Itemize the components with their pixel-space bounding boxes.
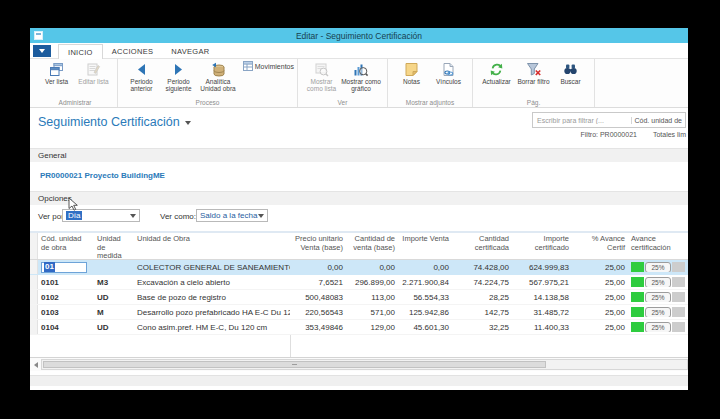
project-link[interactable]: PR0000021 Proyecto BuildingME bbox=[40, 171, 165, 180]
periodo-anterior-button[interactable]: Periodo anterior bbox=[123, 60, 160, 93]
cell-importe-venta[interactable]: 45.601,30 bbox=[398, 323, 452, 332]
column-header-importe-certificado[interactable]: Importe certificado bbox=[512, 233, 572, 259]
filter-column-select[interactable]: Cód. unidad de bbox=[631, 117, 685, 124]
borrar-filtro-button[interactable]: Borrar filtro bbox=[515, 60, 552, 85]
cell-cod-unidad-de-obra[interactable]: 0101 bbox=[38, 278, 94, 287]
cell-avance-certificacion[interactable]: 25% bbox=[628, 307, 688, 317]
cell-unidad-de-medida[interactable]: M3 bbox=[94, 278, 134, 287]
periodo-siguiente-button[interactable]: Periodo siguiente bbox=[160, 60, 197, 93]
cell-cod-unidad-de-obra[interactable]: 01 bbox=[38, 262, 94, 273]
mostrar-como-grafico-button[interactable]: Mostrar como gráfico bbox=[340, 60, 382, 93]
cell-importe-certificado[interactable]: 31.485,72 bbox=[512, 308, 572, 317]
tab-acciones[interactable]: ACCIONES bbox=[103, 44, 163, 58]
cell-importe-venta[interactable]: 125.942,86 bbox=[398, 308, 452, 317]
column-header-cantidad-certificada[interactable]: Cantidad certificada bbox=[452, 233, 512, 259]
column-header-pct-avance-certif[interactable]: % Avance Certif bbox=[572, 233, 628, 259]
cell-precio-unitario-venta[interactable]: 500,48083 bbox=[290, 293, 346, 302]
row-selector[interactable] bbox=[30, 275, 38, 289]
cell-cantidad-de-venta[interactable]: 571,00 bbox=[346, 308, 398, 317]
cell-precio-unitario-venta[interactable]: 0,00 bbox=[290, 263, 346, 272]
cell-pct-avance-certif[interactable]: 25,00 bbox=[572, 293, 628, 302]
actualizar-button[interactable]: Actualizar bbox=[478, 60, 515, 85]
cell-unidad-de-obra[interactable]: Desarrollo pozo prefabricado HA E-C Du 1… bbox=[134, 308, 290, 317]
cell-importe-certificado[interactable]: 14.138,58 bbox=[512, 293, 572, 302]
cell-cantidad-de-venta[interactable]: 113,00 bbox=[346, 293, 398, 302]
cell-avance-certificacion[interactable]: 25% bbox=[628, 292, 688, 302]
cell-unidad-de-obra[interactable]: Base de pozo de registro bbox=[134, 293, 290, 302]
application-menu-button[interactable] bbox=[33, 45, 51, 57]
movimientos-button[interactable]: Movimientos bbox=[243, 61, 294, 72]
cell-importe-venta[interactable]: 2.271.900,84 bbox=[398, 278, 452, 287]
cell-cantidad-certificada[interactable]: 74.428,00 bbox=[452, 263, 512, 272]
avance-percentage-badge: 25% bbox=[645, 262, 671, 272]
column-header-cantidad-de-venta[interactable]: Cantidad de venta (base) bbox=[346, 233, 398, 259]
cell-precio-unitario-venta[interactable]: 7,6521 bbox=[290, 278, 346, 287]
notas-button[interactable]: Notas bbox=[393, 60, 430, 85]
cell-precio-unitario-venta[interactable]: 353,49846 bbox=[290, 323, 346, 332]
cell-cod-unidad-de-obra[interactable]: 0103 bbox=[38, 308, 94, 317]
column-header-importe-venta[interactable]: Importe Venta bbox=[398, 233, 452, 259]
cell-cantidad-de-venta[interactable]: 0,00 bbox=[346, 263, 398, 272]
cell-avance-certificacion[interactable]: 25% bbox=[628, 322, 688, 332]
cell-avance-certificacion[interactable]: 25% bbox=[628, 262, 688, 272]
table-row[interactable]: 0104 UD Cono asim.pref. HM E-C, Du 120 c… bbox=[30, 320, 688, 335]
cell-pct-avance-certif[interactable]: 25,00 bbox=[572, 308, 628, 317]
scrollbar-track[interactable] bbox=[41, 359, 688, 370]
column-header-unidad-de-obra[interactable]: Unidad de Obra bbox=[134, 233, 290, 259]
cell-unidad-de-medida[interactable]: M bbox=[94, 308, 134, 317]
cell-pct-avance-certif[interactable]: 25,00 bbox=[572, 278, 628, 287]
table-row[interactable]: 01 COLECTOR GENERAL DE SANEAMIENTO DE AG… bbox=[30, 260, 688, 275]
scroll-left-button[interactable] bbox=[30, 362, 41, 368]
ver-lista-button[interactable]: Ver lista bbox=[38, 60, 75, 85]
tab-inicio[interactable]: INICIO bbox=[58, 44, 103, 59]
table-row[interactable]: 0102 UD Base de pozo de registro 500,480… bbox=[30, 290, 688, 305]
cell-precio-unitario-venta[interactable]: 220,56543 bbox=[290, 308, 346, 317]
buscar-button[interactable]: Buscar bbox=[552, 60, 589, 85]
cell-importe-certificado[interactable]: 624.999,83 bbox=[512, 263, 572, 272]
page-title[interactable]: Seguimiento Certificación bbox=[38, 115, 191, 129]
column-header-row-selector[interactable] bbox=[30, 233, 38, 259]
mostrar-como-lista-button[interactable]: Mostrar como lista bbox=[303, 60, 340, 93]
row-selector[interactable] bbox=[30, 305, 38, 319]
section-header-opciones[interactable]: Opciones bbox=[30, 191, 688, 205]
mostrar-como-grafico-label: Mostrar como gráfico bbox=[340, 78, 382, 93]
cell-unidad-de-obra[interactable]: COLECTOR GENERAL DE SANEAMIENTO DE AG... bbox=[134, 263, 290, 272]
table-row[interactable]: 0103 M Desarrollo pozo prefabricado HA E… bbox=[30, 305, 688, 320]
cell-importe-certificado[interactable]: 11.400,33 bbox=[512, 323, 572, 332]
filter-search-input[interactable]: Escribir para filtrar (... bbox=[533, 117, 631, 124]
table-row[interactable]: 0101 M3 Excavación a cielo abierto 7,652… bbox=[30, 275, 688, 290]
cell-cod-unidad-de-obra[interactable]: 0104 bbox=[38, 323, 94, 332]
row-selector[interactable] bbox=[30, 320, 38, 334]
row-selector[interactable] bbox=[30, 290, 38, 304]
cell-cantidad-de-venta[interactable]: 129,00 bbox=[346, 323, 398, 332]
cell-avance-certificacion[interactable]: 25% bbox=[628, 277, 688, 287]
cell-unidad-de-medida[interactable]: UD bbox=[94, 293, 134, 302]
column-header-precio-unitario-venta[interactable]: Precio unitario Venta (base) bbox=[290, 233, 346, 259]
column-header-avance-certificacion[interactable]: Avance certificación bbox=[628, 233, 688, 259]
cell-unidad-de-medida[interactable]: UD bbox=[94, 323, 134, 332]
cell-cod-unidad-de-obra[interactable]: 0102 bbox=[38, 293, 94, 302]
cell-unidad-de-obra[interactable]: Excavación a cielo abierto bbox=[134, 278, 290, 287]
cell-unidad-de-obra[interactable]: Cono asim.pref. HM E-C, Du 120 cm bbox=[134, 323, 290, 332]
cell-importe-venta[interactable]: 56.554,33 bbox=[398, 293, 452, 302]
row-selector[interactable] bbox=[30, 260, 38, 274]
analitica-unidad-obra-button[interactable]: Analítica Unidad obra bbox=[197, 60, 239, 93]
scrollbar-thumb[interactable] bbox=[43, 361, 546, 368]
cell-cantidad-certificada[interactable]: 142,75 bbox=[452, 308, 512, 317]
cell-cantidad-certificada[interactable]: 32,25 bbox=[452, 323, 512, 332]
cod-edit-box[interactable]: 01 bbox=[41, 262, 87, 273]
cell-importe-venta[interactable]: 0,00 bbox=[398, 263, 452, 272]
vinculos-button[interactable]: Vínculos bbox=[430, 60, 467, 85]
editar-lista-button[interactable]: Editar lista bbox=[75, 60, 112, 85]
section-header-general[interactable]: General bbox=[30, 148, 688, 162]
cell-cantidad-de-venta[interactable]: 296.899,00 bbox=[346, 278, 398, 287]
column-header-cod-unidad-de-obra[interactable]: Cód. unidad de obra bbox=[38, 233, 94, 259]
cell-cantidad-certificada[interactable]: 74.224,75 bbox=[452, 278, 512, 287]
ver-como-select[interactable]: Saldo a la fecha bbox=[196, 209, 268, 222]
tab-navegar[interactable]: NAVEGAR bbox=[162, 44, 218, 58]
cell-cantidad-certificada[interactable]: 28,25 bbox=[452, 293, 512, 302]
cell-pct-avance-certif[interactable]: 25,00 bbox=[572, 323, 628, 332]
cell-importe-certificado[interactable]: 567.975,21 bbox=[512, 278, 572, 287]
cell-pct-avance-certif[interactable]: 25,00 bbox=[572, 263, 628, 272]
column-header-unidad-de-medida[interactable]: Unidad de medida bbox=[94, 233, 134, 259]
